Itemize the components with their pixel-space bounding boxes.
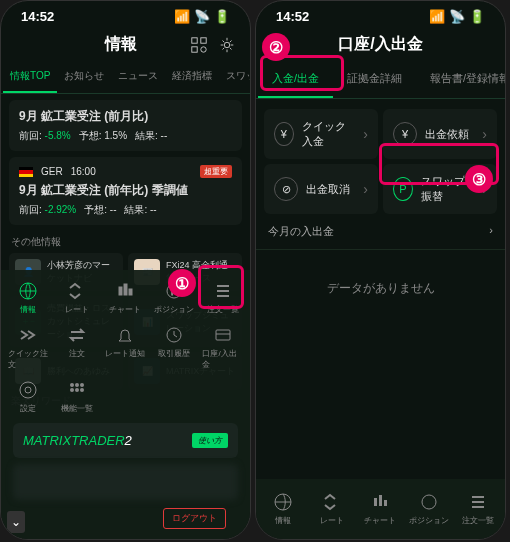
nav-orders[interactable]: 注文一覧 <box>454 489 501 529</box>
cancel-icon: ⊘ <box>274 177 298 201</box>
phone-right: 14:52 📶 📡 🔋 口座/入出金 入金/出金 証拠金詳細 報告書/登録情報 … <box>255 0 506 540</box>
tab-indicator[interactable]: 経済指標 <box>165 61 219 93</box>
tab-swap[interactable]: スワップ <box>219 61 251 93</box>
status-icons: 📶 📡 🔋 <box>174 9 230 24</box>
gear-icon <box>18 380 38 400</box>
section-other: その他情報 <box>1 231 250 253</box>
phone-left: 14:52 📶 📡 🔋 情報 情報TOP お知らせ ニュース 経済指標 スワップ… <box>0 0 251 540</box>
svg-point-14 <box>20 382 36 398</box>
svg-point-25 <box>422 495 436 509</box>
svg-point-19 <box>75 388 79 392</box>
svg-rect-23 <box>379 495 382 506</box>
wifi-icon: 📡 <box>194 9 210 24</box>
battery-icon: 🔋 <box>469 9 485 24</box>
history-icon <box>164 325 184 345</box>
highlight-account <box>198 265 244 309</box>
nav-rate[interactable]: レート <box>309 489 356 529</box>
page-title: 情報 <box>51 34 190 55</box>
btn-withdraw-cancel[interactable]: ⊘ 出金取消 › <box>264 164 378 214</box>
page-title: 口座/入出金 <box>270 34 491 55</box>
tab-news[interactable]: ニュース <box>111 61 165 93</box>
nav-rate[interactable]: レート <box>54 278 101 318</box>
chevron-right-icon: › <box>482 126 487 142</box>
globe-icon <box>18 281 38 301</box>
svg-point-15 <box>70 383 74 387</box>
svg-rect-2 <box>192 46 197 51</box>
svg-point-17 <box>80 383 84 387</box>
gear-icon[interactable] <box>218 36 236 54</box>
candle-icon <box>115 281 135 301</box>
month-header: 今月の入出金 › <box>256 214 505 250</box>
nav-info[interactable]: 情報 <box>260 489 307 529</box>
svg-rect-1 <box>201 37 206 42</box>
country: GER <box>41 166 63 177</box>
svg-rect-6 <box>119 287 122 295</box>
blurred-info <box>13 464 238 500</box>
wifi-icon: 📡 <box>449 9 465 24</box>
yen-icon: ¥ <box>274 122 294 146</box>
usage-button[interactable]: 使い方 <box>192 433 228 448</box>
status-bar: 14:52 📶 📡 🔋 <box>256 1 505 28</box>
status-bar: 14:52 📶 📡 🔋 <box>1 1 250 28</box>
signal-icon: 📶 <box>174 9 190 24</box>
globe-icon <box>273 492 293 512</box>
nav-chart[interactable]: チャート <box>357 489 404 529</box>
result: 結果: -- <box>135 129 167 143</box>
logout-button[interactable]: ログアウト <box>163 508 226 529</box>
marker-3: ③ <box>465 165 493 193</box>
nav-quick[interactable]: クイック注文 <box>5 322 52 373</box>
signal-icon: 📶 <box>429 9 445 24</box>
svg-rect-8 <box>129 289 132 295</box>
battery-icon: 🔋 <box>214 9 230 24</box>
svg-point-3 <box>201 46 206 51</box>
bell-icon <box>115 325 135 345</box>
position-icon <box>419 492 439 512</box>
chevron-right-icon: › <box>363 181 368 197</box>
nav-position[interactable]: ポジション <box>406 489 453 529</box>
nav-history[interactable]: 取引履歴 <box>151 322 198 373</box>
tab-margin[interactable]: 証拠金詳細 <box>333 61 416 98</box>
rate-icon <box>67 281 87 301</box>
svg-point-16 <box>75 383 79 387</box>
econ-card-2[interactable]: GER 16:00 超重要 9月 鉱工業受注 (前年比) 季調値 前回: -2.… <box>9 157 242 225</box>
marker-1: ① <box>168 269 196 297</box>
empty-state: データがありません <box>256 250 505 327</box>
nav-account[interactable]: 口座/入出金 <box>199 322 246 373</box>
nav-settings[interactable]: 設定 <box>5 377 52 417</box>
svg-point-18 <box>70 388 74 392</box>
nav-features[interactable]: 機能一覧 <box>54 377 101 417</box>
nav-chart[interactable]: チャート <box>102 278 149 318</box>
time: 16:00 <box>71 166 96 177</box>
tab-report[interactable]: 報告書/登録情報 <box>416 61 506 98</box>
prev: 前回: 前回: -5.8%-5.8% <box>19 129 71 143</box>
grid-icon[interactable] <box>190 36 208 54</box>
svg-rect-7 <box>124 284 127 295</box>
svg-point-20 <box>80 388 84 392</box>
forecast: 予想: -- <box>84 203 116 217</box>
time: 14:52 <box>21 9 54 24</box>
grid-icon <box>67 380 87 400</box>
svg-point-4 <box>224 42 229 47</box>
econ-card-1[interactable]: 9月 鉱工業受注 (前月比) 前回: 前回: -5.8%-5.8% 予想: 1.… <box>9 100 242 151</box>
btn-quick-deposit[interactable]: ¥ クイック入金 › <box>264 109 378 159</box>
nav-info[interactable]: 情報 <box>5 278 52 318</box>
candle-icon <box>370 492 390 512</box>
brand-banner[interactable]: MATRIXTRADER2 使い方 <box>13 423 238 458</box>
tab-info-top[interactable]: 情報TOP <box>3 61 57 93</box>
status-icons: 📶 📡 🔋 <box>429 9 485 24</box>
card-icon <box>213 325 233 345</box>
bottom-nav: 情報 レート チャート ポジション 注文一覧 <box>256 479 505 539</box>
flag-germany-icon <box>19 167 33 177</box>
prev: 前回: -2.92% <box>19 203 76 217</box>
tab-notice[interactable]: お知らせ <box>57 61 111 93</box>
rate-icon <box>322 492 342 512</box>
svg-rect-12 <box>216 330 230 340</box>
header: 情報 <box>1 28 250 61</box>
svg-point-13 <box>25 387 31 393</box>
result: 結果: -- <box>124 203 156 217</box>
nav-order[interactable]: 注文 <box>54 322 101 373</box>
time: 14:52 <box>276 9 309 24</box>
chevron-right-icon[interactable]: › <box>489 224 493 239</box>
collapse-icon[interactable]: ⌄ <box>7 511 25 533</box>
nav-alert[interactable]: レート通知 <box>102 322 149 373</box>
